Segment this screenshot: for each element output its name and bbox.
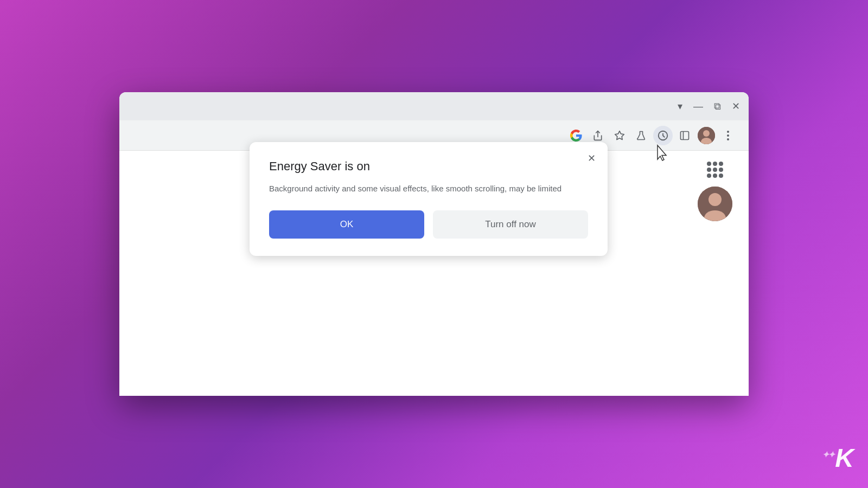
right-panel	[698, 162, 732, 221]
popup-title: Energy Saver is on	[269, 159, 588, 174]
close-icon[interactable]: ✕	[732, 100, 740, 112]
turn-off-button[interactable]: Turn off now	[433, 210, 588, 239]
watermark: ✦✦K	[822, 443, 853, 473]
toolbar: ✕ Energy Saver is on Background activity…	[119, 120, 749, 151]
svg-marker-1	[615, 131, 624, 139]
popup-buttons: OK Turn off now	[269, 210, 588, 239]
user-avatar-large[interactable]	[698, 187, 732, 221]
browser-window: ▾ — ⧉ ✕	[119, 92, 749, 396]
svg-point-10	[727, 138, 729, 140]
title-bar: ▾ — ⧉ ✕	[119, 92, 749, 120]
svg-point-12	[709, 193, 722, 206]
energy-saver-popup: ✕ Energy Saver is on Background activity…	[250, 142, 608, 256]
energy-saver-button[interactable]	[653, 126, 673, 145]
popup-body: Background activity and some visual effe…	[269, 182, 588, 195]
restore-icon[interactable]: ⧉	[714, 101, 721, 112]
dropdown-icon[interactable]: ▾	[678, 100, 682, 112]
popup-close-button[interactable]: ✕	[584, 151, 599, 166]
more-menu-button[interactable]	[718, 126, 738, 145]
labs-button[interactable]	[631, 126, 651, 145]
svg-rect-3	[681, 131, 689, 139]
svg-point-9	[727, 134, 729, 137]
svg-point-8	[727, 131, 729, 133]
sidebar-button[interactable]	[675, 126, 694, 145]
bookmark-button[interactable]	[610, 126, 629, 145]
ok-button[interactable]: OK	[269, 210, 424, 239]
minimize-icon[interactable]: —	[693, 101, 703, 112]
svg-point-6	[703, 130, 710, 137]
title-bar-controls: ▾ — ⧉ ✕	[678, 100, 740, 112]
avatar-button[interactable]	[697, 126, 716, 145]
grid-apps-icon[interactable]	[707, 162, 723, 178]
